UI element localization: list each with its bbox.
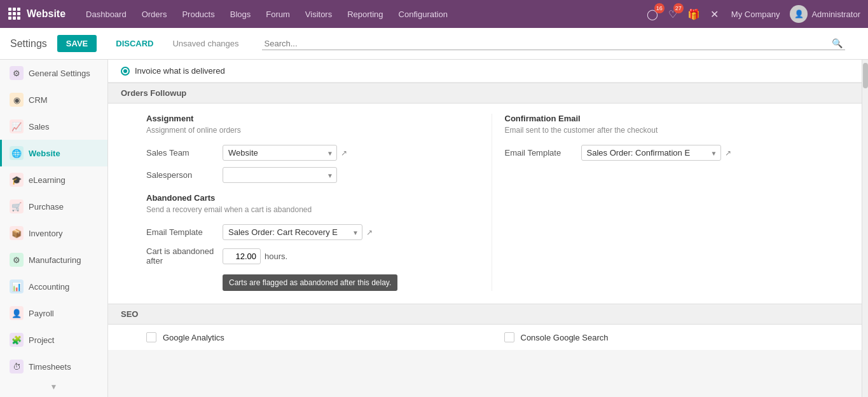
- sidebar-item-accounting[interactable]: 📊 Accounting: [0, 273, 107, 300]
- sidebar: ⚙ General Settings ◉ CRM 📈 Sales 🌐 Websi…: [0, 60, 108, 397]
- conf-email-external-link-icon[interactable]: ↗: [725, 149, 731, 158]
- right-icons: ◯ 16 ♡ 27 🎁 ✕ My Company 👤 Administrator: [644, 5, 860, 23]
- invoice-strip: Invoice what is delivered: [108, 60, 862, 83]
- svg-rect-3: [8, 12, 11, 15]
- confirmation-email-title: Confirmation Email: [505, 114, 837, 123]
- svg-rect-1: [13, 8, 16, 11]
- elearning-icon: 🎓: [10, 173, 24, 187]
- confirmation-email-col: Confirmation Email Email sent to the cus…: [492, 114, 850, 291]
- google-analytics-label: Google Analytics: [163, 333, 224, 342]
- sidebar-item-general-settings[interactable]: ⚙ General Settings: [0, 60, 107, 86]
- conf-email-template-row: Email Template Sales Order: Confirmation…: [505, 145, 837, 161]
- nav-dashboard[interactable]: Dashboard: [78, 0, 134, 28]
- nav-orders[interactable]: Orders: [134, 0, 175, 28]
- svg-rect-2: [17, 8, 20, 11]
- sidebar-item-purchase[interactable]: 🛒 Purchase: [0, 193, 107, 220]
- payroll-icon: 👤: [10, 306, 24, 320]
- nav-blogs[interactable]: Blogs: [223, 0, 259, 28]
- user-avatar-wrap[interactable]: 👤 Administrator: [790, 5, 860, 23]
- sales-team-label: Sales Team: [146, 148, 223, 158]
- discard-button[interactable]: DISCARD: [107, 35, 162, 52]
- save-button[interactable]: SAVE: [57, 35, 97, 52]
- sidebar-item-payroll[interactable]: 👤 Payroll: [0, 300, 107, 326]
- sidebar-item-timesheets[interactable]: ⏱ Timesheets: [0, 353, 107, 380]
- abandoned-email-external-link-icon[interactable]: ↗: [366, 228, 373, 237]
- chat-icon[interactable]: ♡ 27: [666, 6, 680, 23]
- inventory-icon: 📦: [10, 226, 24, 240]
- sales-team-control: Website ▼ ↗: [223, 145, 479, 161]
- content-area: Invoice what is delivered Orders Followu…: [108, 60, 862, 397]
- salesperson-row: Salesperson ▼: [146, 167, 479, 183]
- abandoned-carts-group: Abandoned Carts Send a recovery email wh…: [146, 193, 479, 214]
- sales-team-select[interactable]: Website: [223, 145, 337, 161]
- abandoned-email-control: Sales Order: Cart Recovery E ▼ ↗: [223, 224, 373, 240]
- avatar: 👤: [790, 5, 808, 23]
- seo-body: Google Analytics Console Google Search: [108, 325, 862, 350]
- accounting-icon: 📊: [10, 279, 24, 293]
- sidebar-item-sales[interactable]: 📈 Sales: [0, 113, 107, 140]
- abandoned-carts-desc: Send a recovery email when a cart is aba…: [146, 205, 479, 214]
- nav-configuration[interactable]: Configuration: [391, 0, 455, 28]
- svg-rect-0: [8, 8, 11, 11]
- scroll-thumb[interactable]: [863, 63, 868, 88]
- sidebar-item-manufacturing[interactable]: ⚙ Manufacturing: [0, 246, 107, 273]
- google-analytics-checkbox[interactable]: [146, 332, 156, 342]
- abandoned-email-select[interactable]: Sales Order: Cart Recovery E: [223, 224, 362, 240]
- app-brand[interactable]: Website: [27, 8, 65, 20]
- cart-hours-input[interactable]: [223, 248, 261, 264]
- orders-followup-body: Assignment Assignment of online orders S…: [108, 104, 862, 304]
- form-grid: Assignment Assignment of online orders S…: [134, 114, 849, 291]
- invoice-delivered-label: Invoice what is delivered: [135, 66, 225, 76]
- radio-invoice-delivered[interactable]: [121, 67, 130, 76]
- unsaved-label: Unsaved changes: [172, 39, 238, 48]
- search-icon[interactable]: 🔍: [832, 38, 843, 48]
- grid-icon[interactable]: [8, 7, 20, 22]
- search-container: 🔍: [262, 37, 845, 50]
- gift-icon[interactable]: 🎁: [685, 6, 703, 23]
- console-google-col: Console Google Search: [492, 332, 850, 342]
- assignment-title: Assignment: [146, 114, 479, 123]
- svg-rect-5: [17, 12, 20, 15]
- company-name[interactable]: My Company: [731, 10, 780, 19]
- project-icon: 🧩: [10, 333, 24, 347]
- sales-team-external-link-icon[interactable]: ↗: [341, 149, 347, 158]
- nav-forum[interactable]: Forum: [258, 0, 298, 28]
- timesheets-icon: ⏱: [10, 360, 24, 373]
- scrollbar-right[interactable]: [862, 60, 868, 397]
- conf-email-control: Sales Order: Confirmation E ▼ ↗: [581, 145, 731, 161]
- salesperson-select[interactable]: [223, 167, 337, 183]
- sidebar-item-project[interactable]: 🧩 Project: [0, 326, 107, 353]
- conf-email-select[interactable]: Sales Order: Confirmation E: [581, 145, 721, 161]
- sidebar-item-inventory[interactable]: 📦 Inventory: [0, 220, 107, 246]
- sales-team-row: Sales Team Website ▼ ↗: [146, 145, 479, 161]
- search-input[interactable]: [265, 39, 832, 48]
- clock-icon[interactable]: ◯ 16: [644, 6, 661, 23]
- page-title: Settings: [10, 38, 47, 50]
- sales-icon: 📈: [10, 119, 24, 133]
- sidebar-item-crm[interactable]: ◉ CRM: [0, 86, 107, 113]
- purchase-icon: 🛒: [10, 199, 24, 213]
- nav-reporting[interactable]: Reporting: [340, 0, 390, 28]
- nav-visitors[interactable]: Visitors: [298, 0, 340, 28]
- assignment-desc: Assignment of online orders: [146, 126, 479, 135]
- sidebar-item-elearning[interactable]: 🎓 eLearning: [0, 166, 107, 193]
- sidebar-item-website[interactable]: 🌐 Website: [0, 140, 107, 166]
- svg-rect-4: [13, 12, 16, 15]
- sidebar-scroll-down[interactable]: ▼: [0, 380, 107, 394]
- hours-label: hours.: [265, 252, 287, 261]
- salesperson-label: Salesperson: [146, 170, 223, 180]
- assignment-col: Assignment Assignment of online orders S…: [134, 114, 492, 291]
- orders-followup-header: Orders Followup: [108, 83, 862, 104]
- assignment-group: Assignment Assignment of online orders: [146, 114, 479, 135]
- top-navigation: Website Dashboard Orders Products Blogs …: [0, 0, 868, 28]
- abandoned-email-template-row: Email Template Sales Order: Cart Recover…: [146, 224, 479, 240]
- main-layout: ⚙ General Settings ◉ CRM 📈 Sales 🌐 Websi…: [0, 60, 868, 397]
- website-icon: 🌐: [10, 146, 24, 160]
- console-google-checkbox[interactable]: [504, 332, 514, 342]
- confirmation-email-desc: Email sent to the customer after the che…: [505, 126, 837, 135]
- nav-products[interactable]: Products: [174, 0, 222, 28]
- seo-header: SEO: [108, 304, 862, 325]
- crm-icon: ◉: [10, 93, 24, 107]
- abandoned-email-label: Email Template: [146, 227, 223, 237]
- close-icon[interactable]: ✕: [708, 6, 721, 23]
